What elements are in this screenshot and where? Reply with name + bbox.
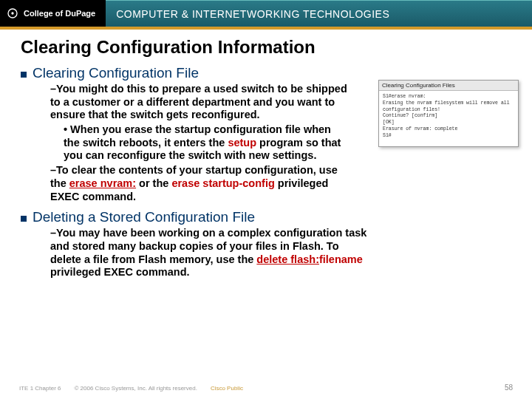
header-left: College of DuPage [0, 0, 95, 27]
highlight-text: delete flash: [256, 253, 319, 265]
section-heading-text: Clearing Configuration File [33, 65, 199, 81]
section-body: –You may have been working on a complex … [50, 227, 511, 279]
bullet-square-icon [21, 72, 27, 78]
paragraph: –You might do this to prepare a used swi… [50, 83, 353, 122]
header-bar: College of DuPage COMPUTER & INTERNETWOR… [0, 0, 532, 27]
section-heading: Deleting a Stored Configuration File [21, 209, 511, 225]
slide-content: Clearing Configuration Information Clear… [0, 30, 532, 279]
terminal-body: S1#erase nvram: Erasing the nvram filesy… [379, 91, 518, 146]
highlight-text: erase startup-config [171, 177, 274, 189]
terminal-screenshot: Clearing Configuration Files S1#erase nv… [378, 80, 519, 147]
highlight-text: erase nvram: [69, 177, 136, 189]
text-run: –You might do this to prepare a used swi… [50, 83, 347, 120]
text-run: privileged EXEC command. [50, 266, 190, 278]
text-run: or the [136, 177, 171, 189]
paragraph: –You may have been working on a complex … [50, 227, 368, 279]
paragraph: –To clear the contents of your startup c… [50, 164, 353, 203]
bullet-square-icon [21, 216, 27, 222]
highlight-text: setup [228, 137, 256, 149]
slide-title: Clearing Configuration Information [21, 37, 511, 58]
sub-bullet: • When you erase the startup configurati… [64, 123, 344, 163]
footer-copyright: © 2006 Cisco Systems, Inc. All rights re… [74, 385, 197, 392]
header-program-title: COMPUTER & INTERNETWORKING TECHNOLOGIES [116, 8, 389, 20]
section-heading: Clearing Configuration File [21, 65, 511, 81]
college-logo-icon [6, 7, 19, 20]
section-heading-text: Deleting a Stored Configuration File [33, 209, 255, 225]
section: Deleting a Stored Configuration File–You… [21, 209, 511, 279]
highlight-text: filename [319, 253, 363, 265]
header-right: COMPUTER & INTERNETWORKING TECHNOLOGIES [106, 0, 532, 27]
footer: ITE 1 Chapter 6 © 2006 Cisco Systems, In… [19, 383, 513, 392]
footer-chapter: ITE 1 Chapter 6 [19, 385, 61, 392]
college-name: College of DuPage [24, 9, 95, 18]
footer-page: 58 [505, 383, 513, 392]
svg-point-1 [11, 12, 13, 14]
footer-accent: Cisco Public [211, 385, 243, 392]
terminal-title: Clearing Configuration Files [379, 81, 518, 91]
